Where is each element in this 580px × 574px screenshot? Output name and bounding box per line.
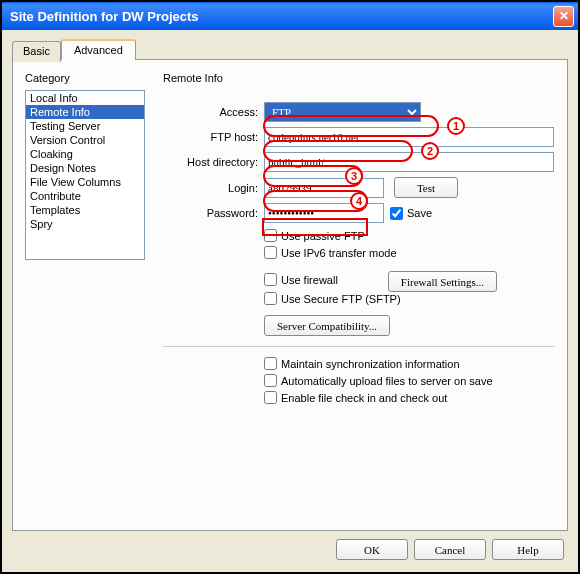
auto-upload-check[interactable]: Automatically upload files to server on … — [264, 374, 555, 387]
help-button[interactable]: Help — [492, 539, 564, 560]
tab-advanced[interactable]: Advanced — [61, 39, 136, 60]
list-item[interactable]: Templates — [26, 203, 144, 217]
test-button[interactable]: Test — [394, 177, 458, 198]
ok-button[interactable]: OK — [336, 539, 408, 560]
list-item[interactable]: Local Info — [26, 91, 144, 105]
section-title: Remote Info — [163, 72, 555, 84]
password-input[interactable] — [264, 203, 384, 223]
close-button[interactable]: ✕ — [553, 6, 574, 27]
tab-basic[interactable]: Basic — [12, 41, 61, 62]
ipv6-check[interactable]: Use IPv6 transfer mode — [264, 246, 555, 259]
list-item[interactable]: Design Notes — [26, 161, 144, 175]
passive-ftp-check[interactable]: Use passive FTP — [264, 229, 555, 242]
list-item[interactable]: Remote Info — [26, 105, 144, 119]
save-checkbox[interactable] — [390, 207, 403, 220]
category-list[interactable]: Local Info Remote Info Testing Server Ve… — [25, 90, 145, 260]
ftp-host-input[interactable] — [264, 127, 554, 147]
sync-check[interactable]: Maintain synchronization information — [264, 357, 555, 370]
login-label: Login: — [163, 182, 258, 194]
server-compat-button[interactable]: Server Compatibility... — [264, 315, 390, 336]
host-dir-label: Host directory: — [163, 156, 258, 168]
cancel-button[interactable]: Cancel — [414, 539, 486, 560]
access-select[interactable]: FTP — [264, 102, 421, 122]
firewall-check[interactable]: Use firewall — [264, 273, 338, 286]
list-item[interactable]: Testing Server — [26, 119, 144, 133]
window-title: Site Definition for DW Projects — [10, 9, 553, 24]
list-item[interactable]: Contribute — [26, 189, 144, 203]
sftp-check[interactable]: Use Secure FTP (SFTP) — [264, 292, 555, 305]
list-item[interactable]: File View Columns — [26, 175, 144, 189]
access-label: Access: — [163, 106, 258, 118]
category-label: Category — [25, 72, 145, 84]
firewall-settings-button[interactable]: Firewall Settings... — [388, 271, 497, 292]
host-dir-input[interactable] — [264, 152, 554, 172]
list-item[interactable]: Cloaking — [26, 147, 144, 161]
login-input[interactable] — [264, 178, 384, 198]
close-icon: ✕ — [559, 9, 569, 23]
save-check[interactable]: Save — [390, 207, 485, 220]
ftp-host-label: FTP host: — [163, 131, 258, 143]
checkin-check[interactable]: Enable file check in and check out — [264, 391, 555, 404]
list-item[interactable]: Spry — [26, 217, 144, 231]
password-label: Password: — [163, 207, 258, 219]
list-item[interactable]: Version Control — [26, 133, 144, 147]
